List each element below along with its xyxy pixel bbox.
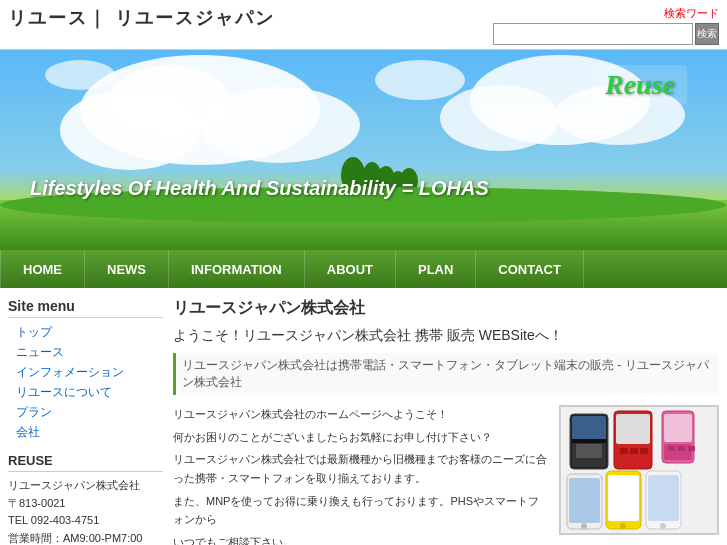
sidebar-link-about[interactable]: リユースについて [16, 384, 163, 401]
nav-about[interactable]: ABOUT [305, 250, 396, 288]
phones-svg [562, 406, 717, 534]
svg-rect-33 [640, 448, 648, 454]
sidebar-link-company[interactable]: 会社 [16, 424, 163, 441]
svg-point-8 [375, 60, 465, 100]
hero-logo: Reuse [593, 65, 687, 105]
nav-contact[interactable]: CONTACT [476, 250, 584, 288]
body-line-4: いつでもご相談下さい。 [173, 533, 549, 545]
main-content: Site menu トップ ニュース インフォメーション リユースについて プラ… [0, 288, 727, 545]
reuse-info-line-0: リユースジャパン株式会社 [8, 477, 163, 495]
reuse-info-line-3: 営業時間：AM9:00-PM7:00 [8, 530, 163, 545]
svg-rect-48 [688, 446, 695, 451]
svg-point-4 [110, 65, 230, 135]
search-button[interactable]: 検索 [695, 23, 719, 45]
reuse-section: REUSE リユースジャパン株式会社 〒813-0021 TEL 092-403… [8, 453, 163, 545]
body-line-2: リユースジャパン株式会社では最新機種から旧機種までお客様のニーズに合った携帯・ス… [173, 450, 549, 487]
search-area: 検索ワード 検索 [493, 6, 719, 45]
site-menu-title: Site menu [8, 298, 163, 318]
sidebar-link-news[interactable]: ニュース [16, 344, 163, 361]
svg-rect-31 [620, 448, 628, 454]
sidebar-link-top[interactable]: トップ [16, 324, 163, 341]
sidebar: Site menu トップ ニュース インフォメーション リユースについて プラ… [8, 298, 163, 545]
svg-rect-46 [668, 446, 675, 451]
svg-rect-24 [572, 416, 606, 440]
page-title: リユースジャパン株式会社 [173, 298, 719, 319]
svg-point-42 [660, 523, 666, 529]
header: リユース｜ リユースジャパン 検索ワード 検索 [0, 0, 727, 50]
sidebar-link-info[interactable]: インフォメーション [16, 364, 163, 381]
site-title: リユース｜ リユースジャパン [8, 6, 275, 30]
svg-rect-29 [616, 414, 650, 444]
content-area: リユースジャパン株式会社 ようこそ！リユースジャパン株式会社 携帯 販売 WEB… [173, 298, 719, 545]
reuse-section-title: REUSE [8, 453, 163, 472]
content-description: リユースジャパン株式会社は携帯電話・スマートフォン・タブレット端末の販売 - リ… [173, 353, 719, 395]
svg-point-39 [620, 523, 626, 529]
hero-banner: Lifestyles Of Health And Sustainability … [0, 50, 727, 250]
svg-point-9 [45, 60, 115, 90]
svg-rect-38 [608, 475, 639, 521]
reuse-info-line-1: 〒813-0021 [8, 495, 163, 513]
content-text: リユースジャパン株式会社のホームページへようこそ！ 何かお困りのことがございまし… [173, 405, 549, 545]
phones-image-panel [559, 405, 719, 535]
reuse-info-line-2: TEL 092-403-4751 [8, 512, 163, 530]
page-subtitle: ようこそ！リユースジャパン株式会社 携帯 販売 WEBSiteへ！ [173, 327, 719, 345]
nav-news[interactable]: NEWS [85, 250, 169, 288]
body-line-3: また、MNPを使ってお得に乗り換えも行っております。PHSやスマートフォンから [173, 492, 549, 529]
search-label: 検索ワード [664, 6, 719, 21]
hero-logo-text: Reuse [605, 69, 675, 100]
svg-point-6 [440, 85, 560, 151]
nav-plan[interactable]: PLAN [396, 250, 476, 288]
navigation: HOME NEWS INFORMATION ABOUT PLAN CONTACT [0, 250, 727, 288]
body-line-0: リユースジャパン株式会社のホームページへようこそ！ [173, 405, 549, 424]
svg-rect-47 [678, 446, 685, 451]
sidebar-link-plan[interactable]: プラン [16, 404, 163, 421]
hero-tagline: Lifestyles Of Health And Sustainability … [30, 177, 489, 200]
svg-point-36 [581, 523, 587, 529]
svg-rect-27 [572, 439, 606, 443]
svg-rect-44 [664, 414, 692, 442]
body-line-1: 何かお困りのことがございましたらお気軽にお申し付け下さい？ [173, 428, 549, 447]
content-body: リユースジャパン株式会社のホームページへようこそ！ 何かお困りのことがございまし… [173, 405, 719, 545]
svg-rect-32 [630, 448, 638, 454]
nav-information[interactable]: INFORMATION [169, 250, 305, 288]
svg-rect-26 [576, 444, 602, 458]
svg-rect-35 [569, 478, 600, 523]
search-input[interactable] [493, 23, 693, 45]
nav-home[interactable]: HOME [0, 250, 85, 288]
search-row: 検索 [493, 23, 719, 45]
svg-rect-41 [648, 475, 679, 521]
